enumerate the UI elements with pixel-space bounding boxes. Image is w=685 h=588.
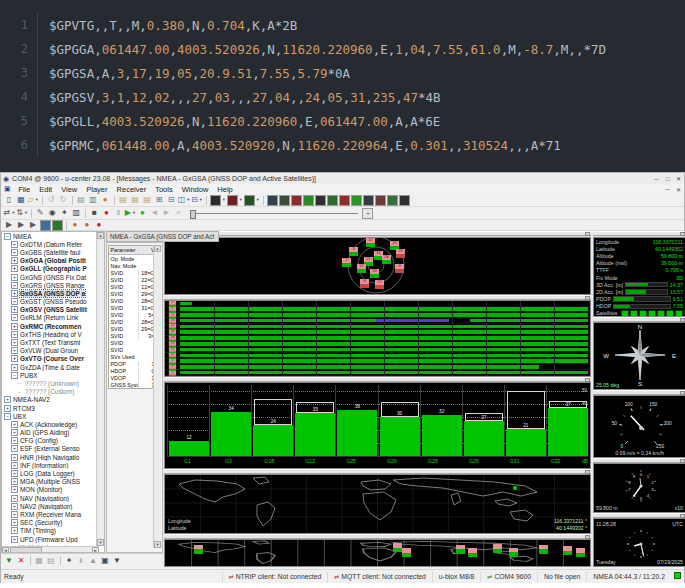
slot-icon[interactable]: ▣ <box>100 555 111 566</box>
expand-box-icon[interactable]: + <box>4 396 11 403</box>
msg-view-btn-6[interactable] <box>327 195 338 206</box>
ball-orange-icon-1[interactable]: ● <box>70 220 81 231</box>
expand-box-icon[interactable]: + <box>11 314 18 321</box>
tree-item-gxzda[interactable]: +GxZDA (Time & Date <box>2 363 98 371</box>
slider-end-box[interactable]: + <box>362 208 373 219</box>
chart-chip-icon[interactable]: ▼ <box>210 195 226 206</box>
db-icon-2[interactable]: ▤ <box>130 195 141 206</box>
mdi-minimize-button[interactable]: ─ <box>662 185 673 194</box>
expand-box-icon[interactable]: + <box>11 437 18 444</box>
table-row[interactable]: SVID12=G <box>109 283 156 290</box>
slider-track[interactable] <box>190 213 358 214</box>
new-file-icon[interactable]: ▯ <box>4 195 15 206</box>
close-button[interactable]: ✕ <box>673 174 684 183</box>
minimize-button[interactable]: ─ <box>651 174 662 183</box>
walker-icon[interactable]: ✦ <box>59 208 70 219</box>
baudrate-icon[interactable]: ⇅▼ <box>16 208 28 219</box>
tree-item-rxm[interactable]: +RXM (Receiver Mana <box>2 510 98 518</box>
db-icon-1[interactable]: ▤ <box>118 195 129 206</box>
table-view-icon[interactable]: ⊞ <box>154 195 165 206</box>
expand-box-icon[interactable]: + <box>11 478 18 485</box>
expand-box-icon[interactable]: + <box>11 527 18 534</box>
tree-item-mon[interactable]: +MON (Monitor) <box>2 486 98 494</box>
db-icon-3[interactable]: ▤ <box>142 195 153 206</box>
tree-item-gxgbs[interactable]: +GxGBS (Satellite faul <box>2 248 98 256</box>
msg-view-btn-11[interactable] <box>387 195 398 206</box>
expand-box-icon[interactable]: + <box>11 282 18 289</box>
expand-box-icon[interactable]: + <box>11 241 18 248</box>
table-row[interactable]: SVID28=G <box>109 318 156 325</box>
copy-icon[interactable]: ▤ <box>76 195 87 206</box>
tree-item-gxths[interactable]: +GxTHS (Heading of V <box>2 330 98 338</box>
table-row[interactable]: SVID29=G <box>109 290 156 297</box>
pause-icon[interactable]: ‖ <box>113 208 124 219</box>
tree-item-rtcm3[interactable]: +RTCM3 <box>2 404 98 412</box>
table-row[interactable]: SVID29=G <box>109 325 156 332</box>
expand-box-icon[interactable]: + <box>11 486 18 493</box>
menu-edit[interactable]: Edit <box>35 185 57 194</box>
pencil-icon[interactable]: ✎ <box>35 208 46 219</box>
expand-box-icon[interactable]: + <box>11 265 18 272</box>
expand-box-icon[interactable]: + <box>11 274 18 281</box>
tree-item-upd[interactable]: +UPD (Firmware Upd <box>2 535 98 543</box>
expand-box-icon[interactable]: + <box>11 519 18 526</box>
tree-item-log[interactable]: +LOG (Data Logger) <box>2 469 98 477</box>
stop-icon[interactable]: ■ <box>89 208 100 219</box>
tree-item-nmea-nav2[interactable]: +NMEA-NAV2 <box>2 396 98 404</box>
table-row[interactable]: SVID3= <box>109 332 156 339</box>
statistics-icon[interactable]: ▥ <box>71 208 82 219</box>
hotkeys-icon[interactable]: ● <box>100 195 111 206</box>
msg-view-btn-9[interactable] <box>363 195 374 206</box>
split-h-view-icon[interactable]: ◫▼ <box>178 195 191 206</box>
tree-item-esf[interactable]: +ESF (External Senso <box>2 445 98 453</box>
tree-item-gxdtm[interactable]: +GxDTM (Datum Refer <box>2 240 98 248</box>
tree-item-gxgga[interactable]: +GxGGA (Global Positi <box>2 257 98 265</box>
tree-item-ack[interactable]: +ACK (Acknowledge) <box>2 420 98 428</box>
msg-view-btn-3[interactable] <box>291 195 302 206</box>
expand-box-icon[interactable]: + <box>11 454 18 461</box>
panel-divider[interactable] <box>164 231 591 236</box>
jump-end-icon[interactable]: » <box>173 208 184 219</box>
menu-tools[interactable]: Tools <box>151 185 178 194</box>
expand-box-icon[interactable]: + <box>11 347 18 354</box>
tree-item-sec[interactable]: +SEC (Security) <box>2 519 98 527</box>
tree-item-tim[interactable]: +TIM (Timing) <box>2 527 98 535</box>
menu-view[interactable]: View <box>57 185 82 194</box>
tree-item-mga[interactable]: +MGA (Multiple GNSS <box>2 478 98 486</box>
expand-box-icon[interactable]: + <box>11 536 18 543</box>
expand-box-icon[interactable]: + <box>11 462 18 469</box>
tree-item-gxvtg[interactable]: +GxVTG (Course Over <box>2 355 98 363</box>
expand-box-icon[interactable]: + <box>4 405 11 412</box>
tree-item-gxgns[interactable]: +GxGNS (GNSS Fix Dat <box>2 273 98 281</box>
msg-view-btn-5[interactable] <box>315 195 326 206</box>
expand-box-icon[interactable]: + <box>11 495 18 502</box>
table-row[interactable]: SVID <box>109 346 156 353</box>
scroll-up-arrow[interactable]: ▲ <box>97 232 104 239</box>
table-row[interactable]: SVID <box>109 339 156 346</box>
tree-item-gxrmc[interactable]: +GxRMC (Recommen <box>2 322 98 330</box>
eject-icon[interactable]: ▲ <box>88 555 99 566</box>
table-row[interactable]: SVID28=G <box>109 297 156 304</box>
binocular-icon[interactable]: ◉ <box>47 208 58 219</box>
disk-icon[interactable]: ▼ <box>112 555 123 566</box>
msg-view-btn-12[interactable] <box>399 195 410 206</box>
save-icon[interactable]: ▦ <box>16 195 27 206</box>
table-row[interactable]: Op. Mode <box>109 255 156 262</box>
divider-nub[interactable] <box>585 232 590 236</box>
grid-green-icon[interactable] <box>52 220 63 231</box>
tree-item-gxvlw[interactable]: +GxVLW (Dual Groun <box>2 347 98 355</box>
tree-item-gxrlm[interactable]: +GxRLM (Return Link <box>2 314 98 322</box>
collapse-box-icon[interactable]: − <box>11 372 18 379</box>
tree-item-nav2[interactable]: +NAV2 (Navigation) <box>2 502 98 510</box>
save-log-icon[interactable]: ▦ <box>34 555 45 566</box>
tree-item-nmea[interactable]: −NMEA <box>2 232 98 240</box>
play-to-marker-icon-2[interactable]: ▶ <box>16 220 27 231</box>
expand-box-icon[interactable]: + <box>11 445 18 452</box>
expand-box-icon[interactable]: + <box>11 511 18 518</box>
msg-view-btn-8[interactable] <box>351 195 362 206</box>
menu-window[interactable]: Window <box>177 185 213 194</box>
clear-icon[interactable]: ✕ <box>16 555 27 566</box>
expand-box-icon[interactable]: + <box>11 323 18 330</box>
expand-box-icon[interactable]: + <box>11 257 18 264</box>
expand-box-icon[interactable]: + <box>11 306 18 313</box>
